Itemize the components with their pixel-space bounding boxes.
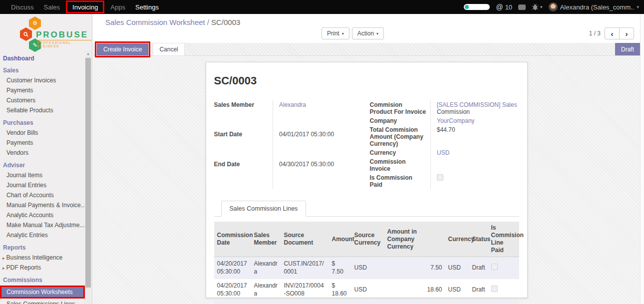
sidebar-scrollbar[interactable]: ▲ [85, 51, 91, 304]
menu-sales[interactable]: Sales [39, 0, 65, 14]
end-date-value: 04/30/2017 05:30:00 [273, 160, 363, 189]
company-link[interactable]: YourCompany [437, 117, 475, 124]
sidebar-item-journal-items[interactable]: Journal Items [0, 170, 85, 180]
sidebar-item-chart-of-accounts[interactable]: Chart of Accounts [0, 190, 85, 200]
breadcrumb-parent-link[interactable]: Sales Commission Worksheet [105, 18, 205, 26]
sidebar-item-sellable-products[interactable]: Sellable Products [0, 105, 85, 115]
line-paid-checkbox[interactable] [491, 286, 498, 292]
sidebar: ⚙ ✎ PROBUSE PROFESSIONAL BUSINESS ▲ Dash… [0, 14, 92, 304]
sidebar-item-business-intelligence[interactable]: ▸Business Intelligence [0, 253, 85, 263]
print-button[interactable]: Print▾ [322, 27, 349, 39]
chevron-right-icon: › [626, 29, 628, 38]
col-currency[interactable]: Currency [445, 222, 469, 257]
currency-link[interactable]: USD [437, 149, 449, 156]
at-icon: @ [496, 3, 503, 11]
logo-hexagon-gear-icon: ⚙ [29, 16, 41, 30]
caret-down-icon: ▾ [342, 31, 344, 36]
pager-previous-button[interactable]: ‹ [605, 27, 620, 39]
field-label: Currency [370, 148, 431, 157]
commission-invoice-value [431, 157, 519, 173]
caret-right-icon: ▸ [2, 266, 5, 271]
cancel-button[interactable]: Cancel [153, 43, 184, 56]
field-groups: Sales Member Alexandra Start Date 04/01/… [214, 100, 519, 189]
total-commission-amount-value: $44.70 [431, 125, 519, 148]
sidebar-section-title: Sales [0, 63, 85, 75]
col-commission-date[interactable]: Commission Date [214, 222, 251, 257]
sidebar-item-sales-commissions-lines[interactable]: Sales Commissions Lines [0, 299, 85, 304]
logo-subtitle: PROFESSIONAL BUSINESS [37, 40, 92, 48]
col-source-document[interactable]: Source Document [281, 222, 329, 257]
logo-hexagon-magnifier-icon [20, 27, 32, 41]
sidebar-section-commissions: Commissions Commission Worksheets Sales … [0, 273, 85, 304]
is-commission-paid-checkbox[interactable] [437, 174, 443, 181]
control-panel: Sales Commission Worksheet/SC/0003 Print… [93, 14, 640, 43]
caret-right-icon: ▸ [2, 256, 5, 261]
col-is-commission-line-paid[interactable]: Is Commision Line Paid [488, 222, 519, 257]
field-label: Company [370, 116, 431, 125]
table-row[interactable]: 04/20/2017 05:30:00 Alexandra INV/2017/0… [214, 279, 519, 301]
record-title: SC/0003 [214, 74, 519, 87]
sidebar-item-commission-worksheets[interactable]: Commission Worksheets [1, 287, 83, 297]
sidebar-item-customers[interactable]: Customers [0, 95, 85, 105]
field-end-date: End Date 04/30/2017 05:30:00 [214, 160, 363, 189]
menu-settings[interactable]: Settings [130, 0, 164, 14]
col-source-currency[interactable]: Source Currency [351, 222, 384, 257]
sidebar-section-title: Purchases [0, 115, 85, 128]
sidebar-section-reports: Reports ▸Business Intelligence ▸PDF Repo… [0, 240, 85, 273]
sidebar-item-dashboard[interactable]: Dashboard [0, 53, 85, 63]
control-panel-buttons: Print▾ Action▾ [322, 27, 384, 39]
sidebar-item-vendor-bills[interactable]: Vendor Bills [0, 128, 85, 138]
col-amount-company-currency[interactable]: Amount in Company Currency [384, 222, 445, 257]
col-sales-member[interactable]: Sales Member [251, 222, 281, 257]
logo-title: PROBUSE [36, 30, 88, 40]
table-row[interactable]: 04/20/2017 05:30:00 Alexandra CUST.IN/20… [214, 257, 519, 279]
table-row[interactable]: 04/20/2017 10:35:53 Alexandra SO008 $ 18… [214, 301, 519, 304]
sidebar-section-title: Reports [0, 240, 85, 253]
sidebar-section-sales: Sales Customer Invoices Payments Custome… [0, 63, 85, 115]
sidebar-item-analytic-accounts[interactable]: Analytic Accounts [0, 210, 85, 220]
col-amount[interactable]: Amount [329, 222, 351, 257]
activity-count: 10 [505, 3, 512, 11]
sidebar-item-journal-entries[interactable]: Journal Entries [0, 180, 85, 190]
menu-discuss[interactable]: Discuss [6, 0, 39, 14]
user-menu[interactable]: Alexandra (Sales_comm.. ▾ [549, 2, 639, 11]
sidebar-item-customer-invoices[interactable]: Customer Invoices [0, 75, 85, 85]
field-currency: Currency USD [370, 148, 519, 157]
sidebar-item-manual-payments-invoice[interactable]: Manual Payments & Invoice... [0, 200, 85, 210]
sales-member-link[interactable]: Alexandra [279, 101, 306, 108]
create-invoice-button[interactable]: Create Invoice [97, 43, 148, 55]
tab-sales-commission-lines[interactable]: Sales Commission Lines [221, 201, 307, 217]
menu-apps[interactable]: Apps [105, 0, 130, 14]
pager: 1 / 3 ‹ › [589, 27, 634, 39]
content-area: SC/0003 Sales Member Alexandra Start Dat… [93, 56, 640, 304]
sidebar-item-analytic-entries[interactable]: Analytic Entries [0, 230, 85, 240]
debug-menu[interactable]: ▾ [532, 3, 543, 10]
status-badge-draft[interactable]: Draft [615, 43, 640, 55]
menu-invoicing[interactable]: Invoicing [67, 2, 103, 12]
sidebar-item-payments[interactable]: Payments [0, 85, 85, 95]
field-total-commission-amount: Total Commision Amount (Company Currency… [370, 125, 519, 148]
action-button[interactable]: Action▾ [352, 27, 384, 39]
caret-down-icon: ▾ [637, 4, 639, 9]
field-group-left: Sales Member Alexandra Start Date 04/01/… [214, 100, 363, 189]
activity-counter[interactable]: @ 10 [496, 3, 512, 11]
caret-down-icon: ▾ [540, 4, 543, 9]
sidebar-section-purchases: Purchases Vendor Bills Payments Vendors [0, 115, 85, 158]
field-is-commission-paid: Is Commission Paid [370, 173, 519, 189]
col-status[interactable]: Status [469, 222, 488, 257]
line-paid-checkbox[interactable] [491, 264, 498, 270]
pager-next-button[interactable]: › [619, 27, 634, 39]
page-scrollbar[interactable] [640, 14, 644, 304]
progress-indicator [464, 4, 490, 10]
scroll-up-icon[interactable]: ▲ [85, 51, 91, 55]
sidebar-item-make-manual-tax-adjustment[interactable]: Make Manual Tax Adjustme... [0, 220, 85, 230]
sidebar-item-vendors[interactable]: Vendors [0, 148, 85, 158]
annotation-box-invoicing: Invoicing [66, 0, 104, 13]
sidebar-item-payments-purchases[interactable]: Payments [0, 138, 85, 148]
messages-icon[interactable] [518, 4, 526, 10]
commission-product-link[interactable]: [SALES COMMISSION] Sales [437, 101, 517, 108]
breadcrumb-separator: / [207, 18, 209, 26]
sidebar-item-pdf-reports[interactable]: ▸PDF Reports [0, 263, 85, 273]
sidebar-scrollbar-thumb[interactable] [85, 58, 91, 288]
commission-lines-table: Commission Date Sales Member Source Docu… [214, 222, 519, 304]
